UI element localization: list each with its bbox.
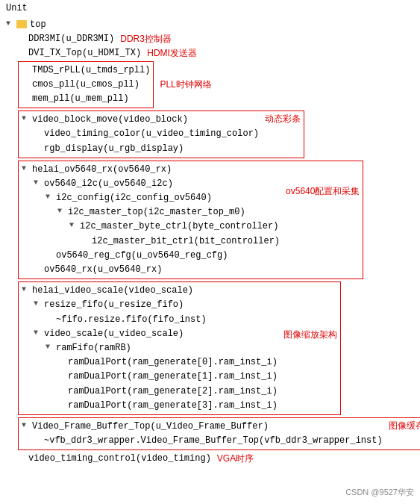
tree-item-root: ▼ top xyxy=(6,18,414,32)
annotation-pll: PLL时钟网络 xyxy=(160,78,211,91)
item-label-dvitx: DVI_TX_Top(u_HDMI_TX) xyxy=(28,46,141,60)
item-label-video-timing: video_timing_color(u_video_timing_color) xyxy=(44,127,259,141)
watermark: CSDN @9527华安 xyxy=(345,487,414,498)
annotation-vga: VGA时序 xyxy=(217,452,254,465)
item-label-ov5640-reg-cfg: ov5640_reg_cfg(u_ov5640_reg_cfg) xyxy=(56,249,228,263)
scale-box: ▼ helai_video_scale(video_scale) ▼ resiz… xyxy=(18,281,341,415)
chevron-i2c-master-top[interactable]: ▼ xyxy=(57,205,66,217)
chevron-helai-rx[interactable]: ▼ xyxy=(22,163,31,175)
item-label-ddr3mi: DDR3MI(u_DDR3MI) xyxy=(28,32,114,46)
annotation-scale: 图像缩放架构 xyxy=(283,329,337,341)
tree-item-helai-scale: ▼ helai_video_scale(video_scale) xyxy=(22,284,278,298)
chevron-ram-fifo[interactable]: ▼ xyxy=(46,341,54,353)
item-label-tmds: TMDS_rPLL(u_tmds_rpll) xyxy=(32,63,150,78)
item-label-i2c-config: i2c_config(i2c_config_ov5640) xyxy=(56,191,212,205)
annotation-hdmi: HDMI发送器 xyxy=(147,47,197,60)
item-label-video-scale: video_scale(u_video_scale) xyxy=(44,327,184,341)
chevron-icon[interactable]: ▼ xyxy=(6,18,15,30)
tree-item-video-scale: ▼ video_scale(u_video_scale) xyxy=(22,327,278,341)
tree-item-resize-fifo: ▼ resize_fifo(u_resize_fifo) xyxy=(22,298,278,312)
tree-item-ov5640-reg-cfg: ov5640_reg_cfg(u_ov5640_reg_cfg) xyxy=(22,249,280,263)
item-label-cmospll: cmos_pll(u_cmos_pll) xyxy=(32,78,140,92)
tree-item-i2c-master-bit: i2c_master_bit_ctrl(bit_controller) xyxy=(22,234,280,249)
item-label-ram1: ramDualPort(ram_generate[1].ram_inst_i) xyxy=(68,370,278,384)
item-label-video-timing-ctrl: video_timing_control(video_timing) xyxy=(28,452,211,466)
chevron-video-frame-buf[interactable]: ▼ xyxy=(22,420,31,432)
row-dvitx: DVI_TX_Top(u_HDMI_TX) HDMI发送器 xyxy=(6,46,414,60)
annotation-ov5640: ov5640配置和采集 xyxy=(286,185,360,198)
tree-item-ram2: ramDualPort(ram_generate[2].ram_inst_i) xyxy=(22,385,278,399)
chevron-resize-fifo[interactable]: ▼ xyxy=(34,298,43,310)
tree-item-vfb-ddr3: ~vfb_ddr3_wrapper.Video_Frame_Buffer_Top… xyxy=(22,434,383,448)
tree-item-ram0: ramDualPort(ram_generate[0].ram_inst_i) xyxy=(22,355,278,370)
header: Unit xyxy=(0,0,420,16)
item-label-rgb-display: rgb_display(u_rgb_display) xyxy=(44,142,184,156)
annotation-video: 动态彩条 xyxy=(265,113,301,125)
tree-item-fifo-resize: ~fifo.resize.fifo(fifo_inst) xyxy=(22,313,278,327)
item-label-i2c-master-top: i2c_master_top(i2c_master_top_m0) xyxy=(68,205,245,220)
chevron-i2c-config[interactable]: ▼ xyxy=(46,191,54,203)
tree-item-i2c-config: ▼ i2c_config(i2c_config_ov5640) xyxy=(22,191,280,205)
tree-item-i2c-master-top: ▼ i2c_master_top(i2c_master_top_m0) xyxy=(22,205,280,220)
tree-item-cmos-pll: cmos_pll(u_cmos_pll) xyxy=(22,78,150,92)
tree-item-dvitx: DVI_TX_Top(u_HDMI_TX) xyxy=(6,46,141,60)
tree-item-video-timing-ctrl: video_timing_control(video_timing) xyxy=(6,452,211,466)
item-label-ram3: ramDualPort(ram_generate[3].ram_inst_i) xyxy=(68,399,278,413)
buffer-box: ▼ Video_Frame_Buffer_Top(u_Video_Frame_B… xyxy=(18,417,420,450)
tree-item-mem-pll: mem_pll(u_mem_pll) xyxy=(22,92,150,106)
item-label-helai-scale: helai_video_scale(video_scale) xyxy=(32,284,193,298)
item-label-ov5640-rx: ov5640_rx(u_ov5640_rx) xyxy=(44,263,162,277)
item-label-ram-fifo: ramFifo(ramRB) xyxy=(56,341,131,355)
chevron-ov5640-i2c[interactable]: ▼ xyxy=(34,177,43,189)
item-label-i2c-master-byte: i2c_master_byte_ctrl(byte_controller) xyxy=(80,220,278,234)
tree-item-video-timing: video_timing_color(u_video_timing_color) xyxy=(22,127,259,141)
row-pll-group: TMDS_rPLL(u_tmds_rpll) cmos_pll(u_cmos_p… xyxy=(6,61,414,109)
item-label-video-frame-buf: Video_Frame_Buffer_Top(u_Video_Frame_Buf… xyxy=(32,420,269,434)
video-block-box: ▼ video_block_move(video_block) video_ti… xyxy=(18,111,304,158)
tree-item-video-block: ▼ video_block_move(video_block) xyxy=(22,113,259,127)
item-label-helai-rx: helai_ov5640_rx(ov5640_rx) xyxy=(32,163,172,177)
item-label-vfb-ddr3: ~vfb_ddr3_wrapper.Video_Frame_Buffer_Top… xyxy=(44,434,383,448)
folder-icon xyxy=(16,18,28,32)
item-label-resize-fifo: resize_fifo(u_resize_fifo) xyxy=(44,298,184,312)
item-label-ram2: ramDualPort(ram_generate[2].ram_inst_i) xyxy=(68,385,278,399)
item-label-video-block: video_block_move(video_block) xyxy=(32,113,188,127)
item-label-i2c-master-bit: i2c_master_bit_ctrl(bit_controller) xyxy=(92,234,280,249)
row-ddr3mi: DDR3MI(u_DDR3MI) DDR3控制器 xyxy=(6,32,414,46)
chevron-i2c-master-byte[interactable]: ▼ xyxy=(69,220,78,231)
annotation-ddr3: DDR3控制器 xyxy=(120,33,172,46)
row-video-timing-ctrl: video_timing_control(video_timing) VGA时序 xyxy=(6,452,414,466)
item-label-fifo-resize: ~fifo.resize.fifo(fifo_inst) xyxy=(56,313,207,327)
item-label-mempll: mem_pll(u_mem_pll) xyxy=(32,92,129,106)
tree-item-ram3: ramDualPort(ram_generate[3].ram_inst_i) xyxy=(22,399,278,413)
tree-item-ram-fifo: ▼ ramFifo(ramRB) xyxy=(22,341,278,355)
tree-item-video-frame-buf: ▼ Video_Frame_Buffer_Top(u_Video_Frame_B… xyxy=(22,420,383,434)
tree-item-ov5640-rx: ov5640_rx(u_ov5640_rx) xyxy=(22,263,280,277)
tree-item-ddr3mi: DDR3MI(u_DDR3MI) xyxy=(6,32,114,46)
tree-item-ov5640-i2c: ▼ ov5640_i2c(u_ov5640_i2c) xyxy=(22,177,280,191)
tree-container: ▼ top DDR3MI(u_DDR3MI) DDR3控制器 DVI_TX_To… xyxy=(0,16,420,472)
tree-item-i2c-master-byte: ▼ i2c_master_byte_ctrl(byte_controller) xyxy=(22,220,280,234)
chevron-video-block[interactable]: ▼ xyxy=(22,113,31,125)
chevron-helai-scale[interactable]: ▼ xyxy=(22,284,31,296)
pll-box: TMDS_rPLL(u_tmds_rpll) cmos_pll(u_cmos_p… xyxy=(18,61,154,109)
item-label-ram0: ramDualPort(ram_generate[0].ram_inst_i) xyxy=(68,355,278,370)
ov5640-box: ▼ helai_ov5640_rx(ov5640_rx) ▼ ov5640_i2… xyxy=(18,161,363,280)
item-label: top xyxy=(30,18,46,32)
tree-item-ram1: ramDualPort(ram_generate[1].ram_inst_i) xyxy=(22,370,278,384)
chevron-video-scale[interactable]: ▼ xyxy=(34,327,43,339)
tree-item-tmds: TMDS_rPLL(u_tmds_rpll) xyxy=(22,63,150,78)
item-label-ov5640-i2c: ov5640_i2c(u_ov5640_i2c) xyxy=(44,177,173,191)
annotation-buffer: 图像缓存架构 xyxy=(389,420,420,432)
tree-item-rgb-display: rgb_display(u_rgb_display) xyxy=(22,142,259,156)
tree-item-helai-rx: ▼ helai_ov5640_rx(ov5640_rx) xyxy=(22,163,280,177)
